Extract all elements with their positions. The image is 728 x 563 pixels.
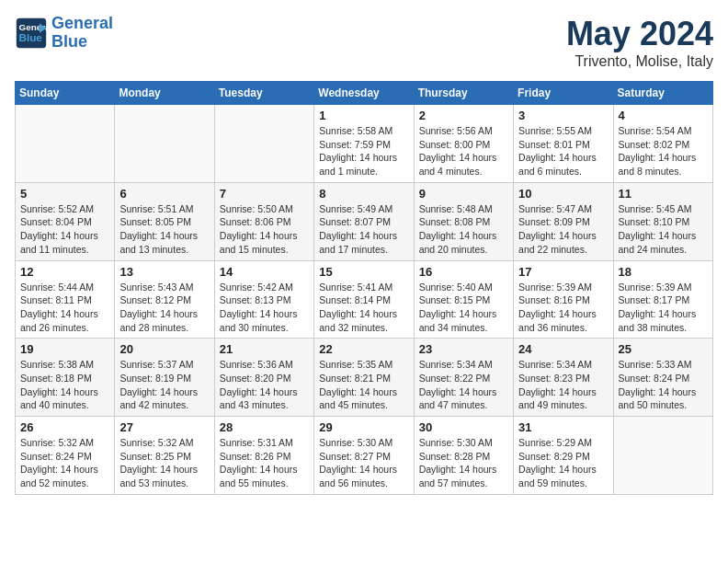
- calendar-cell: 24Sunrise: 5:34 AMSunset: 8:23 PMDayligh…: [514, 339, 613, 417]
- day-info: Sunrise: 5:50 AMSunset: 8:06 PMDaylight:…: [220, 202, 309, 257]
- calendar-cell: 31Sunrise: 5:29 AMSunset: 8:29 PMDayligh…: [514, 417, 613, 495]
- calendar-week-row: 1Sunrise: 5:58 AMSunset: 7:59 PMDaylight…: [16, 105, 713, 183]
- day-info: Sunrise: 5:55 AMSunset: 8:01 PMDaylight:…: [518, 124, 608, 178]
- day-number: 23: [419, 342, 508, 356]
- calendar-cell: 29Sunrise: 5:30 AMSunset: 8:27 PMDayligh…: [314, 417, 414, 495]
- calendar-cell: 20Sunrise: 5:37 AMSunset: 8:19 PMDayligh…: [115, 339, 214, 417]
- calendar-cell: 4Sunrise: 5:54 AMSunset: 8:02 PMDaylight…: [613, 105, 712, 183]
- calendar-cell: [613, 417, 712, 495]
- calendar-week-row: 12Sunrise: 5:44 AMSunset: 8:11 PMDayligh…: [16, 260, 713, 339]
- day-info: Sunrise: 5:49 AMSunset: 8:07 PMDaylight:…: [319, 202, 408, 257]
- day-info: Sunrise: 5:29 AMSunset: 8:29 PMDaylight:…: [518, 436, 608, 490]
- day-info: Sunrise: 5:44 AMSunset: 8:11 PMDaylight:…: [20, 281, 109, 335]
- svg-text:Blue: Blue: [19, 31, 43, 43]
- calendar-header-thursday: Thursday: [414, 82, 513, 105]
- day-info: Sunrise: 5:38 AMSunset: 8:18 PMDaylight:…: [20, 358, 109, 412]
- day-number: 11: [619, 187, 708, 201]
- calendar-cell: 14Sunrise: 5:42 AMSunset: 8:13 PMDayligh…: [214, 260, 313, 339]
- calendar-cell: 30Sunrise: 5:30 AMSunset: 8:28 PMDayligh…: [414, 417, 513, 495]
- day-number: 24: [518, 342, 608, 356]
- calendar-cell: 12Sunrise: 5:44 AMSunset: 8:11 PMDayligh…: [16, 260, 115, 339]
- day-info: Sunrise: 5:47 AMSunset: 8:09 PMDaylight:…: [518, 202, 608, 257]
- calendar-week-row: 19Sunrise: 5:38 AMSunset: 8:18 PMDayligh…: [16, 339, 713, 417]
- day-info: Sunrise: 5:58 AMSunset: 7:59 PMDaylight:…: [319, 124, 408, 178]
- page-header: General Blue General Blue May 2024 Trive…: [15, 15, 713, 70]
- day-number: 1: [319, 109, 408, 122]
- calendar-cell: 9Sunrise: 5:48 AMSunset: 8:08 PMDaylight…: [414, 182, 513, 260]
- calendar-cell: 16Sunrise: 5:40 AMSunset: 8:15 PMDayligh…: [414, 260, 513, 339]
- calendar-cell: 1Sunrise: 5:58 AMSunset: 7:59 PMDaylight…: [314, 105, 414, 183]
- day-number: 5: [20, 187, 109, 201]
- calendar-cell: 17Sunrise: 5:39 AMSunset: 8:16 PMDayligh…: [514, 260, 613, 339]
- day-info: Sunrise: 5:45 AMSunset: 8:10 PMDaylight:…: [619, 202, 708, 257]
- calendar-header-friday: Friday: [514, 82, 613, 105]
- day-info: Sunrise: 5:52 AMSunset: 8:04 PMDaylight:…: [20, 202, 109, 257]
- day-number: 18: [619, 265, 708, 279]
- day-info: Sunrise: 5:43 AMSunset: 8:12 PMDaylight:…: [119, 281, 209, 335]
- calendar-header-tuesday: Tuesday: [214, 82, 313, 105]
- day-info: Sunrise: 5:32 AMSunset: 8:24 PMDaylight:…: [20, 436, 109, 490]
- logo: General Blue General Blue: [15, 15, 113, 52]
- calendar-header-row: SundayMondayTuesdayWednesdayThursdayFrid…: [16, 82, 713, 105]
- day-number: 12: [20, 265, 109, 279]
- calendar-cell: 11Sunrise: 5:45 AMSunset: 8:10 PMDayligh…: [613, 182, 712, 260]
- day-number: 22: [319, 342, 408, 356]
- day-number: 14: [220, 265, 309, 279]
- day-info: Sunrise: 5:34 AMSunset: 8:23 PMDaylight:…: [518, 358, 608, 412]
- calendar-cell: 5Sunrise: 5:52 AMSunset: 8:04 PMDaylight…: [16, 182, 115, 260]
- day-info: Sunrise: 5:51 AMSunset: 8:05 PMDaylight:…: [119, 202, 209, 257]
- day-number: 19: [20, 342, 109, 356]
- day-number: 10: [518, 187, 608, 201]
- calendar-cell: 25Sunrise: 5:33 AMSunset: 8:24 PMDayligh…: [613, 339, 712, 417]
- logo-icon: General Blue: [15, 17, 48, 50]
- day-number: 8: [319, 187, 408, 201]
- day-info: Sunrise: 5:35 AMSunset: 8:21 PMDaylight:…: [319, 358, 408, 412]
- day-info: Sunrise: 5:54 AMSunset: 8:02 PMDaylight:…: [619, 124, 708, 178]
- day-info: Sunrise: 5:56 AMSunset: 8:00 PMDaylight:…: [419, 124, 508, 178]
- calendar-cell: 27Sunrise: 5:32 AMSunset: 8:25 PMDayligh…: [115, 417, 214, 495]
- calendar-cell: 21Sunrise: 5:36 AMSunset: 8:20 PMDayligh…: [214, 339, 313, 417]
- calendar-cell: 3Sunrise: 5:55 AMSunset: 8:01 PMDaylight…: [514, 105, 613, 183]
- day-number: 28: [220, 420, 309, 434]
- calendar-cell: 10Sunrise: 5:47 AMSunset: 8:09 PMDayligh…: [514, 182, 613, 260]
- day-number: 13: [119, 265, 209, 279]
- calendar-title: May 2024: [566, 15, 713, 53]
- day-info: Sunrise: 5:36 AMSunset: 8:20 PMDaylight:…: [220, 358, 309, 412]
- day-number: 26: [20, 420, 109, 434]
- calendar-cell: 22Sunrise: 5:35 AMSunset: 8:21 PMDayligh…: [314, 339, 414, 417]
- logo-text-blue: Blue: [51, 33, 113, 52]
- calendar-week-row: 5Sunrise: 5:52 AMSunset: 8:04 PMDaylight…: [16, 182, 713, 260]
- day-number: 29: [319, 420, 408, 434]
- day-number: 6: [119, 187, 209, 201]
- day-number: 7: [220, 187, 309, 201]
- calendar-cell: 19Sunrise: 5:38 AMSunset: 8:18 PMDayligh…: [16, 339, 115, 417]
- calendar-cell: 2Sunrise: 5:56 AMSunset: 8:00 PMDaylight…: [414, 105, 513, 183]
- calendar-cell: 7Sunrise: 5:50 AMSunset: 8:06 PMDaylight…: [214, 182, 313, 260]
- title-section: May 2024 Trivento, Molise, Italy: [566, 15, 713, 70]
- calendar-cell: 26Sunrise: 5:32 AMSunset: 8:24 PMDayligh…: [16, 417, 115, 495]
- day-number: 2: [419, 109, 508, 122]
- day-info: Sunrise: 5:40 AMSunset: 8:15 PMDaylight:…: [419, 281, 508, 335]
- day-number: 17: [518, 265, 608, 279]
- calendar-cell: 8Sunrise: 5:49 AMSunset: 8:07 PMDaylight…: [314, 182, 414, 260]
- day-info: Sunrise: 5:42 AMSunset: 8:13 PMDaylight:…: [220, 281, 309, 335]
- day-number: 15: [319, 265, 408, 279]
- calendar-cell: 18Sunrise: 5:39 AMSunset: 8:17 PMDayligh…: [613, 260, 712, 339]
- calendar-table: SundayMondayTuesdayWednesdayThursdayFrid…: [15, 81, 713, 495]
- day-number: 25: [619, 342, 708, 356]
- day-number: 30: [419, 420, 508, 434]
- day-number: 4: [619, 109, 708, 122]
- calendar-cell: [214, 105, 313, 183]
- calendar-header-wednesday: Wednesday: [314, 82, 414, 105]
- day-number: 31: [518, 420, 608, 434]
- day-info: Sunrise: 5:34 AMSunset: 8:22 PMDaylight:…: [419, 358, 508, 412]
- calendar-header-monday: Monday: [115, 82, 214, 105]
- day-info: Sunrise: 5:30 AMSunset: 8:28 PMDaylight:…: [419, 436, 508, 490]
- calendar-cell: 15Sunrise: 5:41 AMSunset: 8:14 PMDayligh…: [314, 260, 414, 339]
- day-info: Sunrise: 5:37 AMSunset: 8:19 PMDaylight:…: [119, 358, 209, 412]
- day-number: 20: [119, 342, 209, 356]
- day-number: 21: [220, 342, 309, 356]
- calendar-header-sunday: Sunday: [16, 82, 115, 105]
- calendar-cell: [16, 105, 115, 183]
- day-info: Sunrise: 5:30 AMSunset: 8:27 PMDaylight:…: [319, 436, 408, 490]
